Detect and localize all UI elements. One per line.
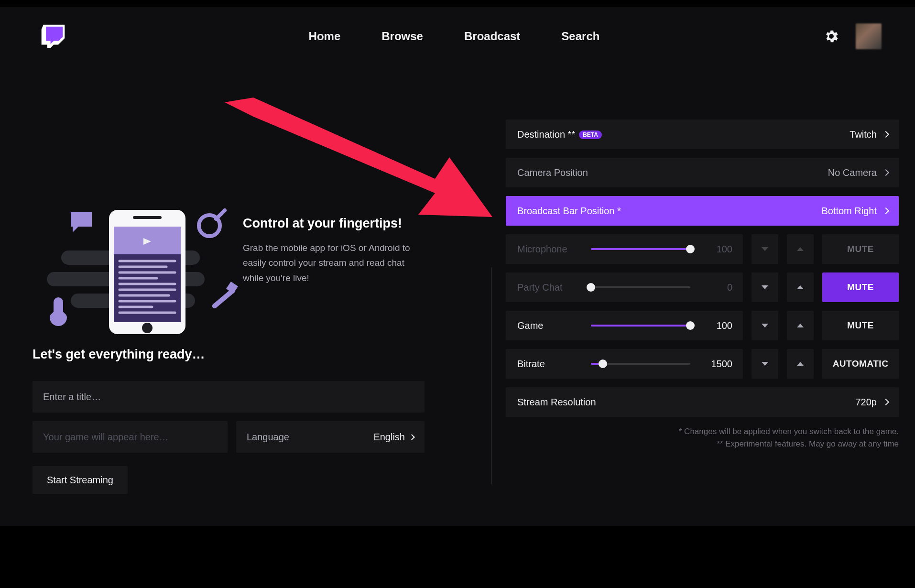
chevron-up-icon xyxy=(797,285,804,289)
game-audio-value: 100 xyxy=(699,320,732,331)
svg-rect-24 xyxy=(133,216,162,219)
game-audio-mute-button[interactable]: MUTE xyxy=(822,311,899,340)
svg-rect-0 xyxy=(52,31,54,37)
stream-title-input[interactable]: Enter a title… xyxy=(33,381,425,413)
chevron-right-icon xyxy=(882,399,889,405)
stream-resolution-row[interactable]: Stream Resolution 720p xyxy=(506,387,899,417)
party-chat-slider[interactable]: Party Chat 0 xyxy=(506,272,743,302)
camera-position-value: No Camera xyxy=(828,167,877,178)
chevron-down-icon xyxy=(762,247,768,251)
party-chat-value: 0 xyxy=(699,282,732,293)
broadcast-bar-value: Bottom Right xyxy=(821,206,877,217)
game-audio-increase-button[interactable] xyxy=(787,311,814,340)
bitrate-decrease-button[interactable] xyxy=(752,349,778,379)
mobile-app-illustration xyxy=(33,169,252,332)
nav-search[interactable]: Search xyxy=(561,30,599,43)
game-audio-decrease-button[interactable] xyxy=(752,311,778,340)
game-audio-slider[interactable]: Game 100 xyxy=(506,311,743,340)
bitrate-increase-button[interactable] xyxy=(787,349,814,379)
footnotes: * Changes will be applied when you switc… xyxy=(506,425,899,450)
microphone-label: Microphone xyxy=(517,244,588,255)
party-chat-decrease-button[interactable] xyxy=(752,272,778,302)
destination-value: Twitch xyxy=(850,129,877,140)
svg-point-23 xyxy=(142,323,152,333)
column-divider xyxy=(491,267,492,484)
chevron-up-icon xyxy=(797,247,804,251)
microphone-increase-button[interactable] xyxy=(787,234,814,264)
top-nav: Home Browse Broadcast Search xyxy=(85,30,823,43)
language-label: Language xyxy=(247,432,289,443)
microphone-slider[interactable]: Microphone 100 xyxy=(506,234,743,264)
game-name-input[interactable]: Your game will appear here… xyxy=(33,421,228,453)
promo-body: Grab the mobile app for iOS or Android t… xyxy=(243,240,415,285)
beta-badge: BETA xyxy=(579,131,602,139)
game-audio-label: Game xyxy=(517,320,588,331)
camera-position-row[interactable]: Camera Position No Camera xyxy=(506,158,899,187)
stream-resolution-label: Stream Resolution xyxy=(517,397,596,408)
destination-label: Destination ** xyxy=(517,129,575,140)
svg-line-6 xyxy=(216,210,225,219)
chevron-right-icon xyxy=(409,434,415,440)
footnote-2: ** Experimental features. May go away at… xyxy=(506,438,899,450)
chevron-right-icon xyxy=(882,131,889,138)
chevron-right-icon xyxy=(882,169,889,176)
app-header: Home Browse Broadcast Search xyxy=(0,7,915,66)
chevron-down-icon xyxy=(762,324,768,327)
microphone-decrease-button[interactable] xyxy=(752,234,778,264)
chevron-up-icon xyxy=(797,324,804,327)
stream-resolution-value: 720p xyxy=(856,397,877,408)
footnote-1: * Changes will be applied when you switc… xyxy=(506,425,899,438)
user-avatar[interactable] xyxy=(856,23,882,49)
bitrate-label: Bitrate xyxy=(517,359,588,370)
broadcast-bar-position-row[interactable]: Broadcast Bar Position * Bottom Right xyxy=(506,196,899,226)
bitrate-slider[interactable]: Bitrate 1500 xyxy=(506,349,743,379)
chevron-down-icon xyxy=(762,362,768,366)
svg-rect-1 xyxy=(57,31,59,37)
setup-heading: Let's get everything ready… xyxy=(33,347,425,362)
chevron-up-icon xyxy=(797,362,804,366)
party-chat-label: Party Chat xyxy=(517,282,588,293)
microphone-value: 100 xyxy=(699,244,732,255)
bitrate-automatic-button[interactable]: AUTOMATIC xyxy=(822,349,899,379)
broadcast-bar-label: Broadcast Bar Position * xyxy=(517,206,621,217)
chevron-right-icon xyxy=(882,207,889,214)
nav-broadcast[interactable]: Broadcast xyxy=(464,30,520,43)
destination-row[interactable]: Destination **BETA Twitch xyxy=(506,120,899,149)
promo-heading: Control at your fingertips! xyxy=(243,216,434,231)
bitrate-value: 1500 xyxy=(699,359,732,370)
nav-home[interactable]: Home xyxy=(309,30,341,43)
nav-browse[interactable]: Browse xyxy=(381,30,423,43)
party-chat-increase-button[interactable] xyxy=(787,272,814,302)
chevron-down-icon xyxy=(762,285,768,289)
party-chat-mute-button[interactable]: MUTE xyxy=(822,272,899,302)
start-streaming-button[interactable]: Start Streaming xyxy=(33,466,128,494)
settings-gear-icon[interactable] xyxy=(823,28,839,44)
camera-position-label: Camera Position xyxy=(517,167,588,178)
twitch-logo-icon[interactable] xyxy=(40,23,66,49)
language-value: English xyxy=(373,432,405,443)
microphone-mute-button[interactable]: MUTE xyxy=(822,234,899,264)
language-select[interactable]: Language English xyxy=(236,421,425,453)
